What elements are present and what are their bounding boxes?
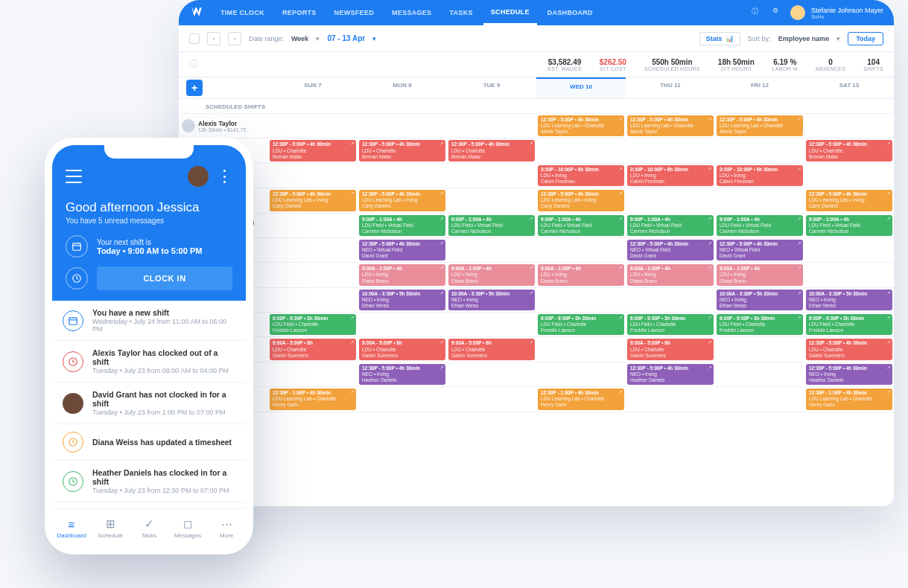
shift-card[interactable]: 9:00P - 1:00A • 4hLDU Field • Virtual Fi…: [806, 215, 892, 236]
day-slot[interactable]: 9:00A - 5:00P • 8hLDU • CharlotteGalvin …: [626, 337, 715, 361]
day-slot[interactable]: 10:00A - 3:30P • 5h 30minNEO • IrvingEth…: [447, 288, 536, 312]
shift-card[interactable]: 9:00A - 1:00P • 4hLDU • IrvingDiana Brav…: [538, 264, 624, 285]
day-slot[interactable]: 12:30P - 1:00P • 4h 30minLDU Learning La…: [804, 387, 894, 411]
shift-card[interactable]: 6:00P - 9:30P • 3h 30minLDU Field • Char…: [538, 314, 624, 335]
day-slot[interactable]: [268, 164, 358, 188]
day-slot[interactable]: [447, 164, 536, 188]
feed-item[interactable]: You have a new shiftWednesday • July 24 …: [52, 301, 246, 341]
open-shift-icon[interactable]: ↗: [439, 290, 444, 297]
day-slot[interactable]: [358, 313, 447, 336]
day-slot[interactable]: 6:00P - 9:30P • 3h 30minLDU Field • Char…: [715, 313, 804, 336]
shift-card[interactable]: 6:00P - 9:30P • 3h 30minLDU Field • Char…: [717, 314, 803, 335]
day-slot[interactable]: 12:30P - 5:00P • 4h 30minLDU • Charlotte…: [804, 138, 894, 162]
user-menu[interactable]: Stefanie Johnson Mayer SoHo: [790, 5, 883, 20]
shift-card[interactable]: 12:30P - 5:00P • 4h 30minLDU Learning La…: [627, 115, 714, 136]
nav-tab-newsfeed[interactable]: NEWSFEED: [327, 0, 381, 25]
shift-card[interactable]: 9:00P - 1:00A • 4hLDU Field • Virtual Fi…: [448, 215, 535, 236]
day-slot[interactable]: [358, 114, 447, 138]
shift-card[interactable]: 12:30P - 5:00P • 4h 30minLDU • Charlotte…: [806, 140, 892, 161]
open-shift-icon[interactable]: ↗: [350, 389, 355, 396]
range-unit[interactable]: Week: [291, 35, 308, 42]
day-slot[interactable]: 12:30P - 5:00P • 4h 30minLDU Learning La…: [268, 188, 358, 212]
day-slot[interactable]: 12:30P - 5:00P • 4h 30minNEO • IrvingHea…: [626, 362, 715, 386]
shift-card[interactable]: 6:00P - 9:30P • 3h 30minLDU Field • Char…: [806, 314, 892, 335]
shift-card[interactable]: 12:30P - 5:00P • 4h 30minLDU • Charlotte…: [359, 140, 445, 161]
day-slot[interactable]: [715, 387, 804, 411]
day-slot[interactable]: 12:30P - 5:00P • 4h 30minNEO • Virtual F…: [715, 238, 804, 262]
day-slot[interactable]: 12:30P - 1:00P • 4h 30minLDU Learning La…: [268, 387, 358, 411]
nav-tab-dashboard[interactable]: DASHBOARD: [540, 0, 600, 25]
day-header[interactable]: THU 11: [626, 77, 715, 98]
day-slot[interactable]: [268, 288, 358, 312]
open-shift-icon[interactable]: ↗: [708, 116, 712, 123]
day-slot[interactable]: [536, 238, 626, 262]
open-shift-icon[interactable]: ↗: [439, 141, 444, 147]
shift-card[interactable]: 12:30P - 5:00P • 4h 30minLDU • Charlotte…: [448, 140, 535, 161]
day-slot[interactable]: [447, 387, 536, 411]
open-shift-icon[interactable]: ↗: [797, 265, 801, 272]
tab-more[interactable]: ⋯More: [207, 509, 246, 547]
open-shift-icon[interactable]: ↗: [886, 389, 891, 396]
day-slot[interactable]: 12:30P - 5:00P • 4h 30minNEO • Virtual F…: [626, 238, 715, 262]
nav-tab-time-clock[interactable]: TIME CLOCK: [213, 0, 272, 25]
open-shift-icon[interactable]: ↗: [797, 216, 801, 223]
open-shift-icon[interactable]: ↗: [708, 240, 712, 247]
day-slot[interactable]: 12:30P - 5:00P • 4h 30minLDU • Charlotte…: [358, 138, 447, 162]
shift-card[interactable]: 10:00A - 3:30P • 5h 30minNEO • IrvingEth…: [359, 290, 445, 310]
open-shift-icon[interactable]: ↗: [529, 265, 533, 272]
day-slot[interactable]: 6:00P - 9:30P • 3h 30minLDU Field • Char…: [804, 313, 894, 336]
day-slot[interactable]: 9:00A - 1:00P • 4hLDU • IrvingDiana Brav…: [358, 263, 447, 287]
shift-card[interactable]: 9:00P - 1:00A • 4hLDU Field • Virtual Fi…: [359, 215, 445, 236]
day-slot[interactable]: 9:00A - 1:00P • 4hLDU • IrvingDiana Brav…: [536, 263, 626, 287]
day-slot[interactable]: [804, 263, 894, 287]
open-shift-icon[interactable]: ↗: [439, 339, 444, 346]
feed-item[interactable]: Heather Daniels has clocked in for a shi…: [52, 461, 246, 502]
shift-card[interactable]: 12:30P - 5:00P • 4h 30minLDU Learning La…: [806, 190, 892, 211]
open-shift-icon[interactable]: ↗: [529, 290, 533, 297]
day-slot[interactable]: 10:00A - 3:30P • 5h 30minNEO • IrvingEth…: [358, 288, 447, 312]
open-shift-icon[interactable]: ↗: [618, 389, 623, 396]
shift-card[interactable]: 9:00A - 1:00P • 4hLDU • IrvingDiana Brav…: [359, 264, 445, 285]
open-shift-icon[interactable]: ↗: [439, 365, 444, 371]
tab-tasks[interactable]: ✓Tasks: [130, 509, 168, 547]
day-slot[interactable]: 12:30P - 5:00P • 4h 30minLDU Learning La…: [536, 188, 626, 212]
open-shift-icon[interactable]: ↗: [439, 265, 444, 272]
day-slot[interactable]: 6:00P - 9:30P • 3h 30minLDU Field • Char…: [626, 313, 715, 336]
feed-item[interactable]: Alex Smith's availability has changed: [52, 502, 246, 508]
day-slot[interactable]: [268, 114, 358, 138]
shift-card[interactable]: 12:30P - 5:00P • 4h 30minLDU • Charlotte…: [270, 140, 356, 161]
day-slot[interactable]: 12:30P - 5:00P • 4h 30minLDU • Charlotte…: [268, 138, 358, 162]
open-shift-icon[interactable]: ↗: [439, 240, 444, 247]
employee-cell[interactable]: Alexis Taylor13h 30min • $141.75: [179, 114, 268, 138]
day-slot[interactable]: 6:00P - 9:30P • 3h 30minLDU Field • Char…: [268, 313, 358, 336]
select-all-checkbox[interactable]: [189, 33, 200, 44]
open-shift-icon[interactable]: ↗: [618, 315, 623, 322]
day-slot[interactable]: 12:30P - 5:00P • 4h 30minNEO • IrvingHea…: [804, 362, 894, 386]
day-slot[interactable]: [447, 313, 536, 336]
shift-card[interactable]: 12:30P - 5:00P • 4h 30minNEO • IrvingHea…: [359, 364, 445, 385]
day-slot[interactable]: 12:30P - 5:00P • 4h 30minLDU Learning La…: [715, 114, 804, 138]
day-header[interactable]: WED 10: [536, 77, 626, 98]
shift-card[interactable]: 9:00A - 5:00P • 8hLDU • CharlotteGalvin …: [448, 339, 535, 359]
day-slot[interactable]: [715, 362, 804, 386]
day-slot[interactable]: [536, 362, 626, 386]
open-shift-icon[interactable]: ↗: [529, 141, 533, 147]
shift-card[interactable]: 9:00A - 1:00P • 4hLDU • IrvingDiana Brav…: [448, 264, 535, 285]
day-slot[interactable]: [804, 114, 894, 138]
day-slot[interactable]: [447, 188, 536, 212]
prev-week-button[interactable]: ‹: [207, 32, 220, 45]
add-shift-button[interactable]: +: [186, 80, 203, 96]
day-slot[interactable]: 12:30P - 5:00P • 4h 30minNEO • IrvingHea…: [358, 362, 447, 386]
day-slot[interactable]: 9:00P - 1:00A • 4hLDU Field • Virtual Fi…: [358, 214, 447, 237]
day-slot[interactable]: [626, 188, 715, 212]
day-slot[interactable]: [358, 387, 447, 411]
shift-card[interactable]: 12:30P - 5:00P • 4h 30minNEO • IrvingHea…: [806, 364, 892, 385]
day-slot[interactable]: 12:30P - 5:00P • 4h 30minLDU • Charlotte…: [447, 138, 536, 162]
day-header[interactable]: TUE 9: [447, 77, 536, 98]
day-slot[interactable]: 9:00A - 5:00P • 8hLDU • CharlotteGalvin …: [358, 337, 447, 361]
open-shift-icon[interactable]: ↗: [886, 141, 891, 147]
day-header[interactable]: SUN 7: [268, 77, 358, 98]
shift-card[interactable]: 9:00A - 5:00P • 8hLDU • CharlotteGalvin …: [270, 339, 356, 359]
open-shift-icon[interactable]: ↗: [708, 339, 712, 346]
shift-card[interactable]: 9:00A - 1:00P • 4hLDU • IrvingDiana Brav…: [717, 264, 803, 285]
